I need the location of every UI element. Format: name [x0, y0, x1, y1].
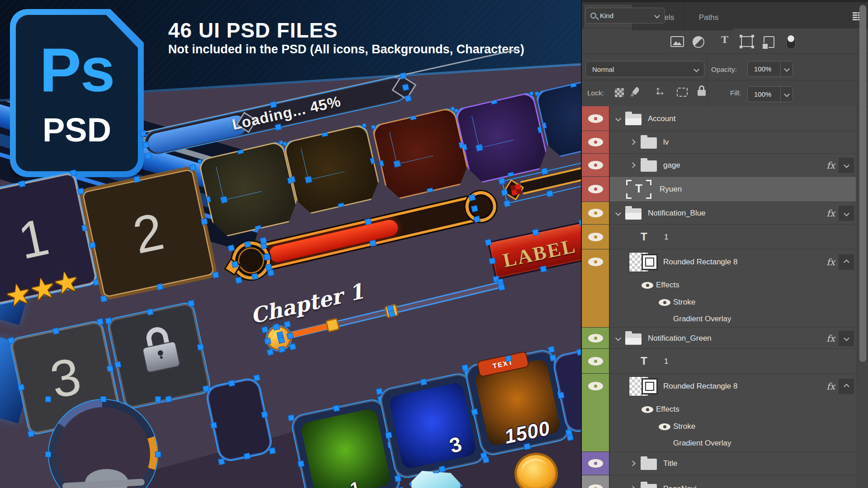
transform-handle[interactable] — [97, 318, 104, 325]
layer-visibility-eye-icon[interactable] — [588, 114, 603, 123]
transform-handle[interactable] — [197, 343, 204, 350]
transform-handle[interactable] — [385, 432, 392, 438]
layer-name[interactable]: 1 — [664, 233, 668, 242]
panel-scrollbar[interactable] — [857, 0, 868, 382]
filter-type-layers-icon[interactable]: T — [721, 33, 728, 46]
layer-row-1[interactable]: T1 — [582, 225, 856, 249]
layer-row-ryuen[interactable]: TRyuen — [582, 177, 856, 202]
layer-name[interactable]: Notification_Blue — [648, 209, 706, 218]
transform-handle[interactable] — [462, 364, 468, 371]
scrollbar-thumb[interactable] — [859, 5, 866, 362]
transform-handle[interactable] — [261, 411, 268, 418]
transform-handle[interactable] — [19, 180, 25, 187]
transform-handle[interactable] — [289, 343, 297, 351]
transform-handle[interactable] — [297, 460, 304, 467]
layer-visibility-eye-icon[interactable] — [588, 138, 603, 146]
transform-handle[interactable] — [469, 181, 476, 188]
transform-handle[interactable] — [370, 157, 377, 164]
bottom-button-partial[interactable] — [205, 377, 273, 463]
effect-label[interactable]: Stroke — [673, 298, 695, 307]
transform-handle[interactable] — [528, 89, 536, 96]
transform-handle[interactable] — [296, 216, 303, 223]
transform-handle[interactable] — [504, 200, 511, 207]
transform-handle[interactable] — [498, 178, 505, 185]
transform-handle[interactable] — [8, 337, 14, 344]
transform-handle[interactable] — [297, 212, 304, 219]
transform-handle[interactable] — [550, 354, 557, 361]
transform-handle[interactable] — [155, 451, 161, 457]
layer-row-gage[interactable]: gagefx — [582, 154, 856, 177]
transform-handle[interactable] — [218, 458, 225, 465]
transform-handle[interactable] — [541, 168, 548, 175]
layer-name[interactable]: Notification_Green — [648, 334, 712, 343]
transform-handle[interactable] — [378, 193, 386, 201]
locked-level-tile[interactable] — [107, 302, 211, 409]
transform-handle[interactable] — [402, 84, 410, 91]
effect-label[interactable]: Gradient Overlay — [673, 439, 731, 448]
transform-handle[interactable] — [284, 321, 291, 328]
layer-row-lv[interactable]: lv — [582, 131, 856, 154]
layer-name[interactable]: Title — [663, 459, 678, 468]
fx-controls[interactable]: fx — [826, 254, 854, 270]
transform-handle[interactable] — [134, 176, 141, 183]
transform-handle[interactable] — [253, 375, 260, 381]
fx-controls[interactable]: fx — [826, 331, 854, 346]
transform-handle[interactable] — [439, 466, 445, 473]
filter-shape-layers-icon[interactable] — [741, 36, 753, 47]
transform-handle[interactable] — [410, 113, 417, 121]
transform-handle[interactable] — [547, 155, 555, 162]
transform-handle[interactable] — [267, 269, 274, 277]
transform-handle[interactable] — [145, 152, 152, 160]
transform-handle[interactable] — [18, 384, 24, 391]
transform-handle[interactable] — [212, 272, 219, 278]
transform-handle[interactable] — [491, 98, 498, 105]
blend-mode-select[interactable]: Normal — [585, 61, 704, 77]
transform-handle[interactable] — [188, 300, 194, 307]
transform-handle[interactable] — [321, 130, 328, 137]
transform-handle[interactable] — [540, 266, 547, 272]
layer-visibility-eye-icon[interactable] — [588, 334, 603, 343]
transform-handle[interactable] — [405, 95, 412, 102]
app-tile-purple[interactable] — [454, 91, 550, 185]
transform-handle[interactable] — [338, 202, 345, 210]
layer-visibility-eye-icon[interactable] — [588, 233, 603, 241]
transform-handle[interactable] — [270, 101, 277, 108]
transform-handle[interactable] — [505, 355, 512, 362]
transform-handle[interactable] — [369, 240, 377, 247]
transform-handle[interactable] — [420, 379, 427, 385]
transform-handle[interactable] — [228, 244, 235, 252]
transform-handle[interactable] — [235, 277, 242, 284]
layer-name[interactable]: Rounded Rectangle 8 — [663, 382, 737, 391]
transform-handle[interactable] — [377, 160, 384, 167]
transform-handle[interactable] — [467, 178, 474, 186]
transform-handle[interactable] — [89, 242, 96, 249]
lock-all-icon[interactable] — [698, 85, 706, 96]
transform-handle[interactable] — [394, 475, 401, 482]
layer-row-notification-blue[interactable]: Notification_Bluefx — [582, 202, 856, 225]
transform-handle[interactable] — [155, 396, 161, 402]
effect-label[interactable]: Effects — [656, 405, 679, 414]
transform-handle[interactable] — [70, 169, 77, 176]
transform-handle[interactable] — [557, 392, 564, 399]
transform-handle[interactable] — [231, 261, 239, 268]
app-tile-brown[interactable] — [283, 123, 383, 216]
filter-adjustment-layers-icon[interactable] — [693, 36, 704, 48]
transform-handle[interactable] — [201, 218, 208, 225]
transform-handle[interactable] — [251, 273, 259, 280]
opacity-dropdown[interactable] — [780, 61, 793, 76]
transform-handle[interactable] — [269, 447, 276, 454]
layer-visibility-eye-icon[interactable] — [588, 382, 603, 390]
transform-handle[interactable] — [471, 408, 478, 415]
effect-label[interactable]: Effects — [656, 281, 679, 290]
transform-handle[interactable] — [532, 229, 539, 236]
lock-position-move-icon[interactable]: ↔↔ — [653, 84, 667, 98]
level-tile-2[interactable]: 2 — [79, 165, 218, 301]
transform-handle[interactable] — [100, 396, 106, 402]
layer-row-rounded-rectangle-8[interactable]: Rounded Rectangle 8fxEffectsStrokeGradie… — [582, 374, 856, 452]
fx-controls[interactable]: fx — [826, 379, 854, 394]
layer-name[interactable]: gage — [663, 161, 680, 170]
effect-visibility-eye-icon[interactable] — [659, 299, 670, 306]
transform-handle[interactable] — [376, 388, 382, 395]
transform-handle[interactable] — [275, 124, 282, 131]
transform-handle[interactable] — [28, 430, 34, 437]
